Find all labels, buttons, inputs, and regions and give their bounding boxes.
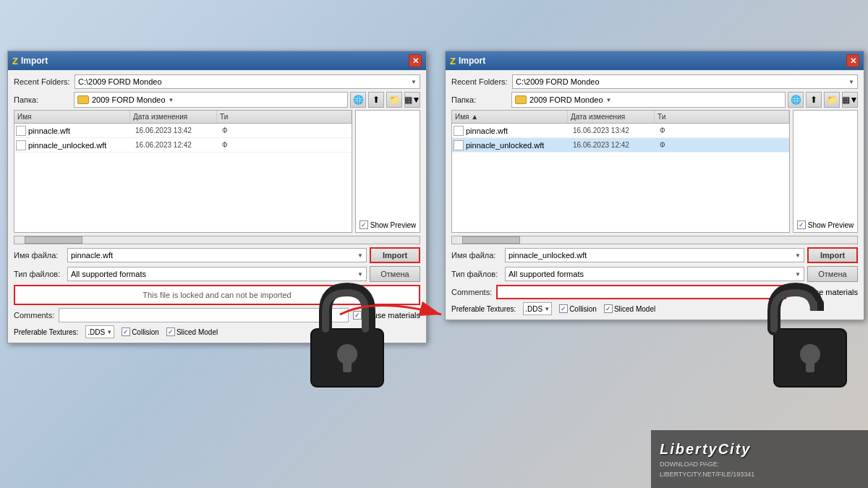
left-file-type-1: Ф — [222, 141, 228, 149]
left-col-date-header: Дата изменения — [130, 111, 217, 123]
right-filetype-input[interactable]: All supported formats ▼ — [505, 267, 804, 281]
left-import-button[interactable]: Import — [370, 247, 420, 263]
right-texture-value: .DDS — [525, 305, 542, 313]
right-file-row-1[interactable]: pinnacle_unlocked.wft 16.06.2023 12:42 Ф — [452, 138, 789, 153]
left-recent-arrow: ▼ — [411, 79, 417, 85]
right-folder-icon — [515, 95, 527, 104]
right-folder-label: Папка: — [451, 95, 509, 104]
right-texture-arrow: ▼ — [544, 306, 550, 312]
right-filename-input[interactable]: pinnacle_unlocked.wft ▼ — [505, 248, 804, 262]
svg-rect-2 — [343, 358, 352, 372]
right-file-date-1: 16.06.2023 12:42 — [573, 141, 660, 149]
right-nav-up-button[interactable]: ⬆ — [806, 92, 822, 108]
right-file-list[interactable]: Имя ▲ Дата изменения Ти pinnacle.wft 16.… — [451, 110, 790, 233]
right-sliced-label: Sliced Model — [614, 305, 655, 313]
right-texture-combo[interactable]: .DDS ▼ — [523, 302, 552, 315]
left-folder-arrow: ▼ — [169, 97, 174, 103]
left-view-button[interactable]: ▦▼ — [404, 92, 420, 108]
left-col-type-header: Ти — [217, 111, 352, 123]
left-texture-arrow: ▼ — [106, 329, 112, 335]
left-comments-label: Comments: — [14, 311, 54, 320]
left-file-list-header: Имя Дата изменения Ти — [14, 111, 352, 124]
right-show-preview-checkbox[interactable]: ✓ — [797, 221, 806, 229]
left-file-name-0: pinnacle.wft — [28, 127, 135, 135]
left-filetype-row: Тип файлов: All supported formats ▼ Отме… — [14, 266, 420, 282]
left-filename-value: pinnacle.wft — [71, 251, 113, 260]
left-show-preview-checkbox[interactable]: ✓ — [359, 221, 368, 229]
left-file-list[interactable]: Имя Дата изменения Ти pinnacle.wft 16.06… — [14, 110, 352, 233]
left-preview-panel: ✓ Show Preview — [355, 110, 420, 233]
right-cancel-button[interactable]: Отмена — [807, 266, 858, 282]
left-file-type-0: Ф — [222, 127, 228, 134]
right-dialog-title: Import — [459, 56, 846, 66]
right-recent-label: Recent Folders: — [451, 77, 509, 86]
left-sliced-checkbox[interactable]: ✓ — [166, 328, 175, 336]
right-new-folder-button[interactable]: 📁 — [824, 92, 840, 108]
left-new-folder-button[interactable]: 📁 — [386, 92, 402, 108]
left-nav-back-button[interactable]: 🌐 — [350, 92, 366, 108]
left-folder-toolbar: Папка: 2009 FORD Mondeo ▼ 🌐 ⬆ 📁 ▦▼ — [14, 92, 420, 108]
right-file-row-0[interactable]: pinnacle.wft 16.06.2023 13:42 Ф — [452, 124, 789, 138]
right-view-button[interactable]: ▦▼ — [842, 92, 858, 108]
left-filetype-label: Тип файлов: — [14, 270, 64, 278]
left-sliced-option[interactable]: ✓ Sliced Model — [166, 328, 218, 336]
watermark-title: LibertyCity — [660, 441, 859, 458]
right-comments-input[interactable] — [496, 285, 786, 299]
right-hscrollbar[interactable] — [451, 236, 858, 244]
right-file-name-1: pinnacle_unlocked.wft — [466, 141, 573, 150]
left-folder-label: Папка: — [14, 95, 72, 104]
left-hscrollbar[interactable] — [14, 236, 420, 244]
left-z-icon: Z — [12, 56, 18, 67]
left-collision-label: Collision — [132, 328, 159, 336]
left-recent-combo[interactable]: C:\2009 FORD Mondeo ▼ — [75, 74, 420, 89]
left-filename-arrow: ▼ — [357, 252, 363, 259]
left-cancel-button[interactable]: Отмена — [370, 266, 420, 282]
right-file-date-0: 16.06.2023 13:42 — [573, 127, 660, 134]
left-filename-label: Имя файла: — [14, 251, 64, 260]
right-collision-checkbox[interactable]: ✓ — [559, 304, 568, 313]
right-filetype-value: All supported formats — [509, 270, 584, 278]
right-recent-arrow: ▼ — [848, 79, 854, 85]
left-filename-input[interactable]: pinnacle.wft ▼ — [67, 248, 367, 262]
arrow-indicator — [333, 289, 448, 340]
left-nav-up-button[interactable]: ⬆ — [368, 92, 384, 108]
right-import-button[interactable]: Import — [807, 247, 858, 263]
left-dialog-titlebar: Z Import ✕ — [8, 51, 426, 70]
right-file-list-container: Имя ▲ Дата изменения Ти pinnacle.wft 16.… — [451, 110, 858, 233]
left-filetype-arrow: ▼ — [357, 271, 363, 278]
watermark-panel: LibertyCity DOWNLOAD PAGE: LIBERTYCITY.N… — [651, 430, 868, 488]
left-folder-combo[interactable]: 2009 FORD Mondeo ▼ — [74, 92, 348, 108]
right-file-icon-1 — [454, 140, 464, 150]
left-filetype-input[interactable]: All supported formats ▼ — [67, 267, 367, 281]
left-close-button[interactable]: ✕ — [409, 54, 422, 67]
right-filetype-label: Тип файлов: — [451, 270, 502, 278]
right-show-preview-cb[interactable]: ✓ Show Preview — [797, 221, 854, 229]
right-close-button[interactable]: ✕ — [846, 54, 859, 67]
left-dialog-title: Import — [21, 56, 409, 66]
left-collision-option[interactable]: ✓ Collision — [122, 328, 159, 336]
right-file-list-header: Имя ▲ Дата изменения Ти — [452, 111, 789, 124]
left-texture-combo[interactable]: .DDS ▼ — [85, 325, 114, 338]
right-filetype-row: Тип файлов: All supported formats ▼ Отме… — [451, 266, 858, 282]
right-hscrollbar-thumb[interactable] — [462, 236, 520, 244]
right-sliced-checkbox[interactable]: ✓ — [604, 304, 613, 313]
right-recent-combo[interactable]: C:\2009 FORD Mondeo ▼ — [512, 74, 858, 89]
left-sliced-label: Sliced Model — [176, 328, 218, 336]
left-collision-checkbox[interactable]: ✓ — [122, 328, 130, 336]
left-show-preview-cb[interactable]: ✓ Show Preview — [359, 221, 416, 229]
right-comments-label: Comments: — [451, 288, 492, 296]
left-file-row-1[interactable]: pinnacle_unlocked.wft 16.06.2023 12:42 Ф — [14, 138, 352, 153]
left-hscrollbar-thumb[interactable] — [25, 236, 82, 244]
right-folder-name: 2009 FORD Mondeo — [529, 95, 603, 104]
right-folder-combo[interactable]: 2009 FORD Mondeo ▼ — [511, 92, 786, 108]
right-filename-arrow: ▼ — [795, 252, 801, 259]
right-sliced-option[interactable]: ✓ Sliced Model — [604, 304, 655, 313]
right-collision-label: Collision — [569, 305, 597, 313]
right-dialog-titlebar: Z Import ✕ — [446, 51, 864, 70]
open-lock-icon — [767, 282, 854, 390]
left-folder-icon — [77, 95, 89, 104]
right-collision-option[interactable]: ✓ Collision — [559, 304, 597, 313]
left-show-preview-label: Show Preview — [370, 221, 416, 229]
left-file-row-0[interactable]: pinnacle.wft 16.06.2023 13:42 Ф — [14, 124, 352, 138]
right-nav-back-button[interactable]: 🌐 — [788, 92, 804, 108]
